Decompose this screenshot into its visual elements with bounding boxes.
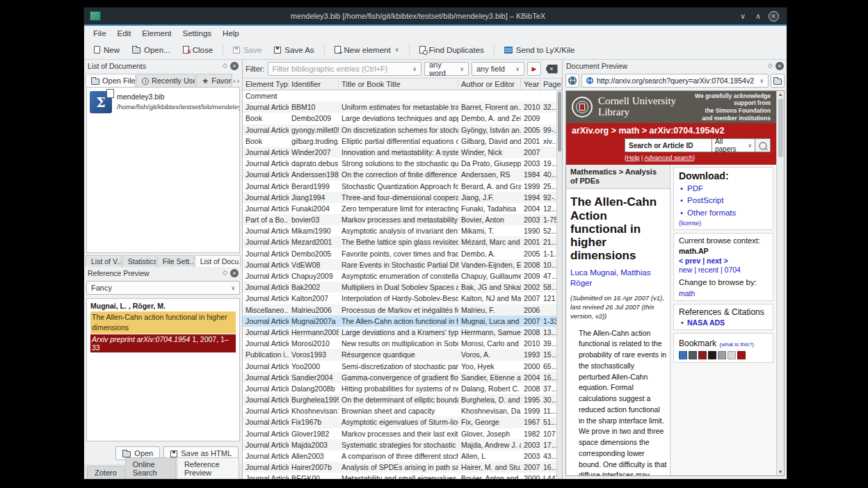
table-row[interactable]: Journal Article daprato.debus... Strong … bbox=[243, 158, 562, 169]
table-row[interactable]: Journal Article Sandier2004 Gamma-conver… bbox=[243, 372, 562, 383]
table-row[interactable]: Journal Article Dembo2005 Favorite point… bbox=[243, 248, 562, 259]
menu-item[interactable]: Help bbox=[218, 28, 244, 39]
table-row[interactable]: Journal Article BBM10 Uniform estimates … bbox=[243, 101, 562, 113]
float-panel-icon[interactable]: ◇ bbox=[223, 62, 227, 70]
tab-list-of-values[interactable]: List of V... bbox=[86, 255, 122, 267]
close-panel-icon[interactable]: × bbox=[775, 62, 784, 70]
menu-item[interactable]: Settings bbox=[178, 28, 217, 39]
table-row[interactable]: Journal Article Hairer2007b Analysis of … bbox=[243, 462, 562, 473]
bookmark-service-icon-delicious[interactable] bbox=[708, 351, 716, 359]
scroll-right-icon[interactable]: › bbox=[237, 77, 239, 85]
table-row[interactable]: Journal Article Herrmann2008 Large devia… bbox=[243, 327, 562, 338]
webview-scrollbar[interactable]: ▲ ▼ bbox=[776, 91, 784, 475]
table-row[interactable]: Journal Article Khoshnevisan1... Brownia… bbox=[243, 405, 562, 416]
table-row[interactable]: Journal Article Mugnai2007a The Allen-Ca… bbox=[243, 316, 562, 327]
table-row[interactable]: Journal Article Jiang1994 Three-and four… bbox=[243, 192, 562, 203]
table-row[interactable]: Journal Article Chapuy2009 Asymptotic en… bbox=[243, 270, 562, 282]
nav-links[interactable]: new | recent | 0704 bbox=[679, 266, 768, 274]
table-row[interactable]: Journal Article Fix1967b Asymptotic eige… bbox=[243, 416, 562, 428]
table-row[interactable]: Miscellaneo... Malrieu2006 Processus de … bbox=[243, 304, 562, 316]
minimize-button[interactable]: ∨ bbox=[735, 10, 750, 22]
tab-file-settings[interactable]: File Sett... bbox=[157, 255, 194, 267]
table-row[interactable]: Journal Article Dalang2008b Hitting prob… bbox=[243, 383, 562, 394]
table-row[interactable]: Journal Article Winder2007 Innovation an… bbox=[243, 147, 562, 158]
tab-zotero[interactable]: Zotero bbox=[87, 466, 124, 479]
prev-next-links[interactable]: < prev | next > bbox=[679, 257, 768, 265]
table-row[interactable]: Book gilbarg.truding... Elliptic partial… bbox=[243, 136, 562, 147]
bookmark-service-icon-sciencewise[interactable] bbox=[737, 351, 746, 359]
article-subject[interactable]: Mathematics > Analysis of PDEs bbox=[566, 165, 670, 189]
float-panel-icon[interactable]: ◇ bbox=[768, 62, 773, 70]
open-external-button[interactable] bbox=[771, 74, 785, 88]
close-button[interactable]: × bbox=[766, 10, 781, 22]
tab-list-of-documents[interactable]: List of Docu... bbox=[195, 255, 241, 267]
save-button[interactable]: Save bbox=[227, 44, 267, 56]
url-combobox[interactable]: http://arxiv.org/search?query=arXiv:0704… bbox=[581, 74, 769, 88]
new-button[interactable]: New bbox=[88, 44, 125, 56]
table-row[interactable]: Part of a Bo... bovier03 Markov processe… bbox=[243, 214, 562, 225]
table-row[interactable]: Book Dembo2009 Large deviations techniqu… bbox=[243, 113, 562, 124]
find-duplicates-button[interactable]: Find Duplicates bbox=[414, 44, 490, 56]
what-is-this-link[interactable]: (what is this?) bbox=[719, 341, 753, 348]
table-row[interactable]: Journal Article Funaki2004 Zero temperat… bbox=[243, 203, 562, 214]
tab-statistics[interactable]: Statistics bbox=[122, 255, 156, 267]
search-pdf-toggle-button[interactable]: ▶ bbox=[527, 62, 541, 76]
float-panel-icon[interactable]: ◇ bbox=[223, 269, 227, 277]
scrollbar-thumb[interactable] bbox=[778, 99, 783, 157]
bookmark-service-icon-mendeley[interactable] bbox=[698, 351, 707, 359]
download-link[interactable]: PostScript bbox=[679, 195, 768, 206]
table-row[interactable]: Comment bbox=[243, 90, 562, 101]
menu-item[interactable]: Edit bbox=[113, 28, 136, 39]
breadcrumb[interactable]: arXiv.org > math > arXiv:0704.1954v2 bbox=[572, 126, 771, 136]
table-row[interactable]: Journal Article Burghelea1995 On the det… bbox=[243, 394, 562, 405]
column-header-year[interactable]: Year bbox=[521, 79, 540, 90]
download-link[interactable]: Other formats bbox=[679, 207, 768, 219]
search-icon[interactable] bbox=[755, 138, 771, 152]
table-row[interactable]: Journal Article Mezard2001 The Bethe lat… bbox=[243, 236, 562, 247]
column-header-title[interactable]: Title or Book Title bbox=[339, 79, 458, 90]
license-link[interactable]: (license) bbox=[679, 220, 768, 227]
bookmark-service-icon-citeulike[interactable] bbox=[679, 351, 687, 359]
download-link[interactable]: PDF bbox=[679, 183, 768, 195]
menu-item[interactable]: File bbox=[88, 28, 111, 39]
scroll-up-icon[interactable]: ▲ bbox=[778, 91, 783, 98]
tab-online-search[interactable]: Online Search bbox=[125, 457, 176, 479]
advanced-search-link[interactable]: Advanced search bbox=[644, 154, 693, 161]
tab-reference-preview[interactable]: Reference Preview bbox=[177, 457, 239, 479]
open-file-item[interactable]: Σ mendeley3.bib /home/fish/git/kbibtex/t… bbox=[87, 88, 239, 117]
clear-filter-button[interactable]: × bbox=[544, 62, 559, 76]
tab-open-files[interactable]: Open Files bbox=[86, 74, 136, 87]
word-mode-select[interactable]: any word ∨ bbox=[424, 62, 469, 76]
bookmark-service-icon-bibsonomy[interactable] bbox=[689, 351, 697, 359]
scroll-down-icon[interactable]: ▼ bbox=[778, 469, 783, 475]
table-row[interactable]: Journal Article Morosi2010 New results o… bbox=[243, 338, 562, 349]
tab-favorites[interactable]: ★Favori bbox=[196, 74, 232, 87]
table-row[interactable]: Journal Article Majda2003 Systematic str… bbox=[243, 439, 562, 450]
table-row[interactable]: Journal Article BEGK00 Metastability and… bbox=[243, 473, 562, 479]
table-row[interactable]: Journal Article Bak2002 Multipliers in D… bbox=[243, 282, 562, 293]
open-button[interactable]: Open... bbox=[127, 44, 176, 56]
send-to-lyx-button[interactable]: Send to LyX/Kile bbox=[499, 44, 581, 56]
column-header-identifier[interactable]: Identifier bbox=[289, 79, 339, 90]
tab-recently-used[interactable]: Recently Used bbox=[136, 74, 195, 87]
arxiv-scope-select[interactable]: All papers∨ bbox=[712, 138, 755, 152]
table-row[interactable]: Journal Article Yoo2000 Semi-discretizat… bbox=[243, 361, 562, 372]
save-as-button[interactable]: Save As bbox=[268, 44, 319, 56]
table-row[interactable]: Journal Article Kalton2007 Interpolation… bbox=[243, 293, 562, 304]
table-scrollbar[interactable] bbox=[556, 90, 562, 479]
table-row[interactable]: Journal Article Anderssen1984 On the cor… bbox=[243, 169, 562, 180]
citation-style-select[interactable]: Fancy ∨ bbox=[86, 281, 240, 295]
close-panel-icon[interactable]: × bbox=[230, 269, 239, 277]
bookmark-service-icon-reddit[interactable] bbox=[728, 351, 736, 359]
column-header-pages[interactable]: Page bbox=[540, 79, 562, 90]
tab-scroll-arrows[interactable]: ‹› bbox=[233, 77, 241, 87]
math-link[interactable]: math bbox=[679, 289, 768, 298]
table-row[interactable]: Publication i... Voros1993 Résurgence qu… bbox=[243, 349, 562, 360]
column-header-author[interactable]: Author or Editor bbox=[458, 79, 521, 90]
table-row[interactable]: Journal Article Mikami1990 Asymptotic an… bbox=[243, 225, 562, 236]
menu-item[interactable]: Element bbox=[137, 28, 176, 39]
maximize-button[interactable]: ∧ bbox=[750, 10, 766, 22]
online-toggle-button[interactable] bbox=[565, 74, 579, 88]
close-file-button[interactable]: Close bbox=[177, 44, 218, 56]
bookmark-service-icon-digg[interactable] bbox=[718, 351, 726, 359]
